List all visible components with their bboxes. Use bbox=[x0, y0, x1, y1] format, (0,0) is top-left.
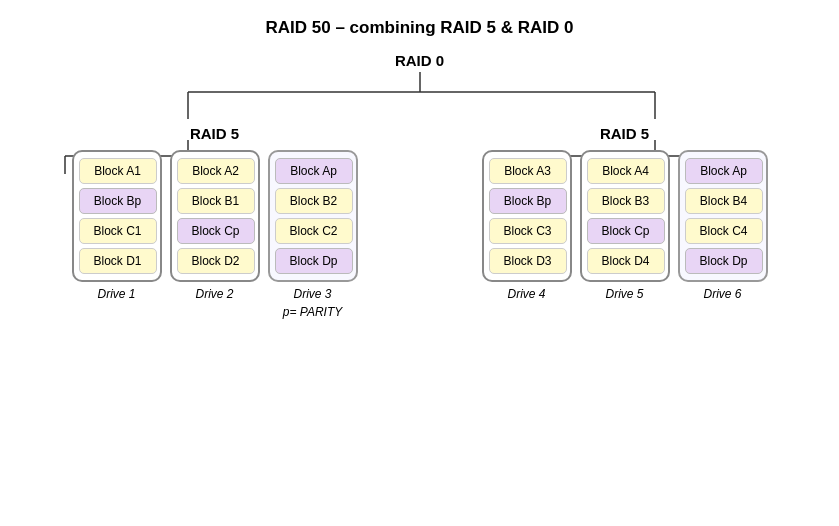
block-dp-3: Block Dp bbox=[275, 248, 353, 274]
content-layer: RAID 0 RAID 5 Block A1 Block Bp Block C1 bbox=[10, 44, 830, 319]
block-d3: Block D3 bbox=[489, 248, 567, 274]
block-a3: Block A3 bbox=[489, 158, 567, 184]
block-b3: Block B3 bbox=[587, 188, 665, 214]
parity-note: p= PARITY bbox=[283, 305, 342, 319]
block-b2: Block B2 bbox=[275, 188, 353, 214]
drive-3-column: Block Ap Block B2 Block C2 Block Dp Driv… bbox=[268, 150, 358, 319]
block-d2: Block D2 bbox=[177, 248, 255, 274]
drive-2-box: Block A2 Block B1 Block Cp Block D2 bbox=[170, 150, 260, 282]
drives-row-left: Block A1 Block Bp Block C1 Block D1 Driv… bbox=[72, 150, 358, 319]
drives-row-right: Block A3 Block Bp Block C3 Block D3 Driv… bbox=[482, 150, 768, 301]
block-cp-5: Block Cp bbox=[587, 218, 665, 244]
block-ap-3: Block Ap bbox=[275, 158, 353, 184]
main-title: RAID 50 – combining RAID 5 & RAID 0 bbox=[266, 18, 574, 38]
drive-2-column: Block A2 Block B1 Block Cp Block D2 Driv… bbox=[170, 150, 260, 319]
block-c2: Block C2 bbox=[275, 218, 353, 244]
drive-2-label: Drive 2 bbox=[195, 287, 233, 301]
drive-5-label: Drive 5 bbox=[605, 287, 643, 301]
drive-3-box: Block Ap Block B2 Block C2 Block Dp bbox=[268, 150, 358, 282]
block-bp-1: Block Bp bbox=[79, 188, 157, 214]
raid5-label-left: RAID 5 bbox=[190, 125, 239, 142]
block-cp-2: Block Cp bbox=[177, 218, 255, 244]
raid5-label-right: RAID 5 bbox=[600, 125, 649, 142]
block-c3: Block C3 bbox=[489, 218, 567, 244]
raid5-group-left: RAID 5 Block A1 Block Bp Block C1 Block … bbox=[72, 125, 358, 319]
block-c4: Block C4 bbox=[685, 218, 763, 244]
drive-4-box: Block A3 Block Bp Block C3 Block D3 bbox=[482, 150, 572, 282]
drive-1-column: Block A1 Block Bp Block C1 Block D1 Driv… bbox=[72, 150, 162, 319]
block-b1: Block B1 bbox=[177, 188, 255, 214]
block-a2: Block A2 bbox=[177, 158, 255, 184]
block-ap-6: Block Ap bbox=[685, 158, 763, 184]
block-b4: Block B4 bbox=[685, 188, 763, 214]
block-d4: Block D4 bbox=[587, 248, 665, 274]
drive-4-column: Block A3 Block Bp Block C3 Block D3 Driv… bbox=[482, 150, 572, 301]
drive-6-label: Drive 6 bbox=[703, 287, 741, 301]
block-d1: Block D1 bbox=[79, 248, 157, 274]
block-a1: Block A1 bbox=[79, 158, 157, 184]
block-a4: Block A4 bbox=[587, 158, 665, 184]
block-c1: Block C1 bbox=[79, 218, 157, 244]
drive-5-column: Block A4 Block B3 Block Cp Block D4 Driv… bbox=[580, 150, 670, 301]
drive-1-box: Block A1 Block Bp Block C1 Block D1 bbox=[72, 150, 162, 282]
drive-6-box: Block Ap Block B4 Block C4 Block Dp bbox=[678, 150, 768, 282]
raid5-group-right: RAID 5 Block A3 Block Bp Block C3 Block … bbox=[482, 125, 768, 319]
block-bp-4: Block Bp bbox=[489, 188, 567, 214]
drive-4-label: Drive 4 bbox=[507, 287, 545, 301]
drive-3-label: Drive 3 bbox=[293, 287, 331, 301]
raid0-label: RAID 0 bbox=[10, 44, 830, 69]
block-dp-6: Block Dp bbox=[685, 248, 763, 274]
drive-1-label: Drive 1 bbox=[97, 287, 135, 301]
page-container: RAID 50 – combining RAID 5 & RAID 0 bbox=[0, 0, 839, 526]
drive-5-box: Block A4 Block B3 Block Cp Block D4 bbox=[580, 150, 670, 282]
drive-6-column: Block Ap Block B4 Block C4 Block Dp Driv… bbox=[678, 150, 768, 301]
